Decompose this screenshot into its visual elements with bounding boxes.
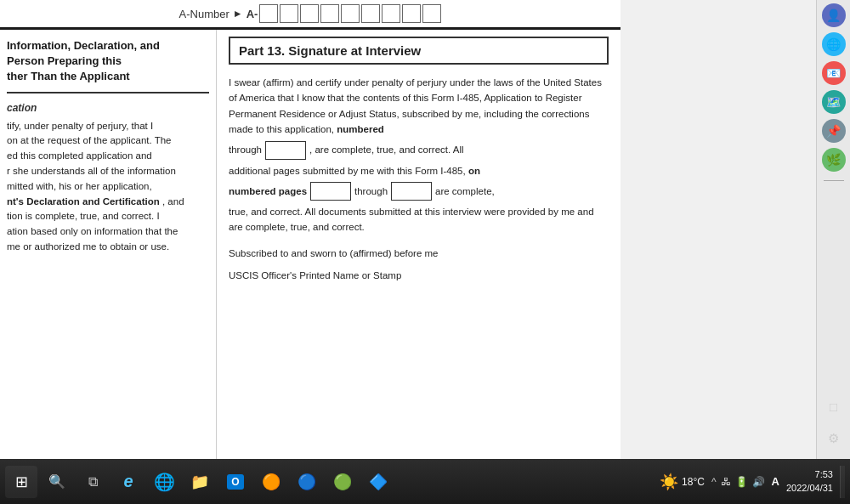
through-input-2[interactable]	[391, 182, 432, 201]
panel-icon-email[interactable]: 📧	[822, 61, 846, 85]
app2-icon: 🔵	[298, 473, 316, 491]
panel-square-icon[interactable]: □	[820, 393, 847, 420]
task-view-button[interactable]: ⧉	[76, 466, 109, 498]
panel-icon-leaf[interactable]: 🌿	[822, 148, 846, 172]
a-cell-1[interactable]	[259, 4, 278, 23]
content-row: Information, Declaration, and Person Pre…	[0, 30, 620, 459]
weather-widget[interactable]: ☀️ 18°C	[660, 473, 705, 491]
app2-button[interactable]: 🔵	[291, 466, 323, 498]
left-body-text: tify, under penalty of perjury, that I o…	[7, 119, 209, 255]
search-button[interactable]: 🔍	[41, 466, 73, 498]
left-text-5: mitted with, his or her application,	[7, 179, 209, 195]
panel-gear-icon[interactable]: ⚙	[820, 425, 847, 452]
app3-icon: 🟢	[333, 473, 352, 491]
battery-icon[interactable]: 🔋	[735, 476, 748, 488]
numbered-through-row: through , are complete, true, and correc…	[229, 141, 609, 160]
left-title-line1: Information, Declaration, and	[7, 39, 160, 52]
app4-icon: 🔷	[369, 473, 388, 491]
clock-display: 7:53 2022/04/31	[786, 468, 833, 495]
outlook-button[interactable]: O	[219, 466, 252, 498]
panel-icon-map[interactable]: 🗺️	[822, 90, 846, 114]
panel-bottom-icons: □ ⚙	[820, 393, 847, 452]
explorer-icon: 📁	[190, 473, 209, 491]
chrome-icon: 🌐	[154, 472, 175, 492]
a-cell-3[interactable]	[300, 4, 319, 23]
taskbar-right-section: ☀️ 18°C ^ 🖧 🔋 🔊 A 7:53 2022/04/31	[660, 466, 845, 498]
language-indicator[interactable]: A	[772, 475, 779, 488]
outlook-icon: O	[227, 474, 243, 490]
left-subsection-title: cation	[7, 102, 209, 114]
numbered-pages-bold: numbered pages	[229, 184, 307, 199]
a-cell-5[interactable]	[341, 4, 360, 23]
a-cell-7[interactable]	[382, 4, 400, 23]
left-text-2: on at the request of the applicant. The	[7, 133, 209, 149]
left-text-3: ed this completed application and	[7, 149, 209, 164]
left-section-header: Information, Declaration, and Person Pre…	[7, 38, 209, 85]
app4-button[interactable]: 🔷	[362, 466, 394, 498]
left-section: Information, Declaration, and Person Pre…	[0, 30, 217, 459]
panel-icon-user[interactable]: 👤	[822, 3, 846, 27]
task-view-icon: ⧉	[88, 474, 98, 490]
subscribed-line: Subscribed to and sworn to (affirmed) be…	[229, 246, 609, 261]
volume-icon[interactable]: 🔊	[752, 476, 765, 488]
through-input-1[interactable]	[265, 141, 306, 160]
final-text: true, and correct. All documents submitt…	[229, 204, 609, 235]
are-complete-text: , are complete, true, and correct. All	[309, 142, 464, 157]
start-icon: ⊞	[15, 473, 28, 491]
panel-divider	[824, 180, 844, 181]
numbered-pages-row: numbered pages through are complete,	[229, 182, 609, 201]
document-area: A-Number ► A- Information, Declaration, …	[0, 0, 620, 459]
left-title-line2: Person Preparing this	[7, 54, 122, 67]
oath-text-block: I swear (affirm) and certify under penal…	[229, 75, 609, 284]
left-text-4: r she understands all of the information	[7, 164, 209, 179]
panel-icon-pin[interactable]: 📌	[822, 119, 846, 143]
app3-button[interactable]: 🟢	[326, 466, 359, 498]
a-cell-6[interactable]	[361, 4, 380, 23]
a-prefix: A-	[246, 8, 258, 20]
left-title-line3: ther Than the Applicant	[7, 70, 130, 82]
explorer-button[interactable]: 📁	[184, 466, 216, 498]
left-text-6: nt's Declaration and Certification , and	[7, 195, 209, 210]
edge-button[interactable]: e	[112, 466, 144, 498]
numbered-bold: numbered	[337, 124, 384, 134]
a-number-bar: A-Number ► A-	[0, 0, 620, 30]
left-text-8: ation based only on information that the	[7, 224, 209, 240]
a-number-label: A-Number	[179, 8, 230, 20]
left-text-9: me or authorized me to obtain or use.	[7, 240, 209, 255]
main-section: Part 13. Signature at Interview I swear …	[217, 30, 620, 459]
officer-line: USCIS Officer's Printed Name or Stamp	[229, 268, 609, 283]
show-desktop-button[interactable]	[840, 466, 845, 498]
additional-pages-para: additional pages submitted by me with th…	[229, 163, 609, 178]
left-text-1: tify, under penalty of perjury, that I	[7, 119, 209, 134]
numbered-pages-input[interactable]	[310, 182, 351, 201]
panel-icon-globe[interactable]: 🌐	[822, 32, 846, 56]
a-cell-4[interactable]	[320, 4, 339, 23]
part13-title: Part 13. Signature at Interview	[229, 37, 609, 65]
app1-button[interactable]: 🟠	[255, 466, 287, 498]
left-text-7: tion is complete, true, and correct. I	[7, 209, 209, 224]
a-cell-9[interactable]	[422, 4, 441, 23]
weather-icon: ☀️	[660, 473, 678, 491]
right-panel: 👤 🌐 📧 🗺️ 📌 🌿 □ ⚙	[816, 0, 850, 459]
clock-time: 7:53	[786, 468, 833, 481]
a-cell-2[interactable]	[280, 4, 298, 23]
chrome-button[interactable]: 🌐	[148, 466, 180, 498]
weather-temp: 18°C	[682, 476, 705, 488]
app1-icon: 🟠	[262, 473, 280, 491]
system-tray: ^ 🖧 🔋 🔊	[711, 476, 765, 488]
network-icon[interactable]: 🖧	[721, 476, 731, 488]
oath-para1: I swear (affirm) and certify under penal…	[229, 75, 609, 138]
are-complete-2: are complete,	[435, 184, 495, 199]
chevron-up-icon[interactable]: ^	[711, 476, 717, 488]
edge-icon: e	[123, 472, 133, 491]
search-icon: 🔍	[48, 473, 65, 490]
through-label2: through	[354, 184, 388, 199]
clock-date: 2022/04/31	[786, 482, 833, 495]
through-label1: through	[229, 142, 262, 157]
on-bold: on	[468, 166, 480, 176]
a-cell-8[interactable]	[402, 4, 421, 23]
taskbar: ⊞ 🔍 ⧉ e 🌐 📁 O 🟠 🔵 🟢 🔷 ☀️ 18°C	[0, 459, 850, 504]
start-button[interactable]: ⊞	[5, 466, 37, 498]
arrow-icon: ►	[233, 8, 243, 20]
a-number-input-group[interactable]	[259, 4, 441, 23]
